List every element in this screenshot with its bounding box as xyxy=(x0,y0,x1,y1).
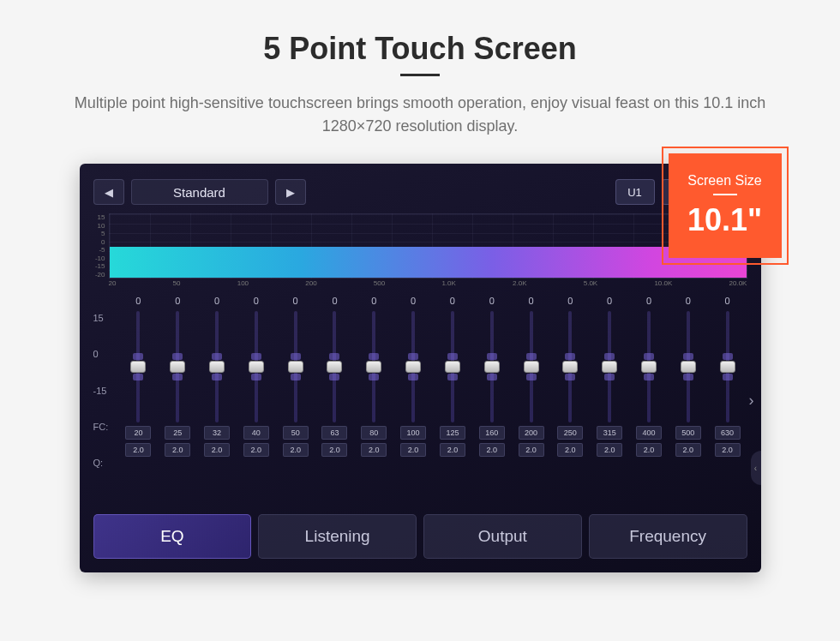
band-fc-input[interactable]: 200 xyxy=(519,426,544,440)
side-tab-handle[interactable]: ‹ xyxy=(751,451,761,485)
band-slider[interactable] xyxy=(433,311,472,422)
band-value: 0 xyxy=(214,296,219,311)
slider-knob-icon[interactable] xyxy=(484,361,500,373)
band-slider[interactable] xyxy=(315,311,355,422)
eq-band: 0 160 2.0 xyxy=(472,296,512,506)
tick-label: 100 xyxy=(237,279,249,287)
slider-knob-icon[interactable] xyxy=(366,361,381,373)
tick-label: -20 xyxy=(90,271,105,279)
band-slider[interactable] xyxy=(158,311,197,422)
band-fc-input[interactable]: 40 xyxy=(243,426,269,440)
band-fc-input[interactable]: 80 xyxy=(361,426,387,440)
slider-knob-icon[interactable] xyxy=(562,361,578,373)
band-slider[interactable] xyxy=(354,311,393,422)
band-q-input[interactable]: 2.0 xyxy=(597,443,622,457)
slider-knob-icon[interactable] xyxy=(602,361,617,373)
tick-label: 500 xyxy=(374,279,385,287)
scroll-right-button[interactable]: › xyxy=(746,386,758,416)
slider-knob-icon[interactable] xyxy=(681,361,696,373)
band-slider[interactable] xyxy=(708,311,747,422)
band-fc-input[interactable]: 63 xyxy=(321,426,347,440)
band-q-input[interactable]: 2.0 xyxy=(243,443,269,457)
eq-band: 0 25 2.0 xyxy=(158,296,197,506)
tick-label: 200 xyxy=(305,279,316,287)
band-q-input[interactable]: 2.0 xyxy=(557,443,583,457)
band-q-input[interactable]: 2.0 xyxy=(519,443,544,457)
slider-knob-icon[interactable] xyxy=(249,361,264,373)
band-q-input[interactable]: 2.0 xyxy=(440,443,465,457)
band-slider[interactable] xyxy=(119,311,159,422)
preset-prev-button[interactable]: ◀ xyxy=(93,179,124,205)
band-q-input[interactable]: 2.0 xyxy=(715,443,741,457)
slider-knob-icon[interactable] xyxy=(170,361,185,373)
eq-band: 0 50 2.0 xyxy=(276,296,315,506)
slider-knob-icon[interactable] xyxy=(209,361,225,373)
band-fc-input[interactable]: 25 xyxy=(165,426,190,440)
band-q-input[interactable]: 2.0 xyxy=(675,443,701,457)
band-slider[interactable] xyxy=(550,311,590,422)
band-fc-input[interactable]: 400 xyxy=(636,426,662,440)
band-fc-input[interactable]: 50 xyxy=(283,426,309,440)
band-q-input[interactable]: 2.0 xyxy=(361,443,387,457)
band-fc-input[interactable]: 100 xyxy=(400,426,426,440)
band-value: 0 xyxy=(135,296,141,311)
eq-band: 0 125 2.0 xyxy=(433,296,472,506)
band-q-input[interactable]: 2.0 xyxy=(321,443,347,457)
band-fc-input[interactable]: 630 xyxy=(715,426,741,440)
band-slider[interactable] xyxy=(512,311,551,422)
band-q-input[interactable]: 2.0 xyxy=(479,443,505,457)
band-value: 0 xyxy=(371,296,376,311)
band-fc-input[interactable]: 20 xyxy=(125,426,151,440)
band-fc-input[interactable]: 250 xyxy=(557,426,583,440)
band-fc-input[interactable]: 32 xyxy=(204,426,230,440)
tab-output[interactable]: Output xyxy=(423,514,582,559)
band-q-input[interactable]: 2.0 xyxy=(636,443,662,457)
slider-knob-icon[interactable] xyxy=(641,361,657,373)
slider-knob-icon[interactable] xyxy=(327,361,342,373)
row-label-q: Q: xyxy=(93,458,119,468)
slider-knob-icon[interactable] xyxy=(445,361,460,373)
band-q-input[interactable]: 2.0 xyxy=(283,443,309,457)
slider-knob-icon[interactable] xyxy=(288,361,303,373)
screen-size-badge: Screen Size 10.1" xyxy=(662,147,789,265)
axis-label: 15 xyxy=(93,313,119,323)
tab-frequency[interactable]: Frequency xyxy=(589,514,747,559)
band-fc-input[interactable]: 500 xyxy=(675,426,701,440)
eq-band: 0 500 2.0 xyxy=(669,296,708,506)
slider-knob-icon[interactable] xyxy=(524,361,539,373)
tab-eq[interactable]: EQ xyxy=(93,514,252,559)
tab-listening[interactable]: Listening xyxy=(258,514,417,559)
slider-knob-icon[interactable] xyxy=(720,361,735,373)
band-q-input[interactable]: 2.0 xyxy=(204,443,230,457)
band-slider[interactable] xyxy=(669,311,708,422)
band-q-input[interactable]: 2.0 xyxy=(165,443,190,457)
tick-label: -15 xyxy=(90,262,105,270)
preset-next-button[interactable]: ▶ xyxy=(275,179,306,205)
band-fc-input[interactable]: 315 xyxy=(597,426,622,440)
band-slider[interactable] xyxy=(629,311,669,422)
slider-knob-icon[interactable] xyxy=(405,361,421,373)
band-slider[interactable] xyxy=(276,311,315,422)
band-fc-input[interactable]: 125 xyxy=(440,426,465,440)
band-slider[interactable] xyxy=(197,311,237,422)
page-title: 5 Point Touch Screen xyxy=(263,31,576,67)
eq-sliders: 0 20 2.0 0 25 2.0 0 32 2.0 0 40 2.0 0 xyxy=(119,296,747,506)
band-value: 0 xyxy=(567,296,573,311)
topbar: ◀ Standard ▶ U1 U2 U3 xyxy=(93,177,747,207)
band-q-input[interactable]: 2.0 xyxy=(125,443,151,457)
user-preset-button[interactable]: U1 xyxy=(615,179,655,205)
tick-label: 15 xyxy=(90,213,105,221)
band-slider[interactable] xyxy=(393,311,433,422)
slider-knob-icon[interactable] xyxy=(130,361,146,373)
band-slider[interactable] xyxy=(472,311,512,422)
badge-label: Screen Size xyxy=(687,173,761,189)
band-value: 0 xyxy=(175,296,180,311)
band-slider[interactable] xyxy=(590,311,629,422)
tick-label: 1.0K xyxy=(441,279,455,287)
band-q-input[interactable]: 2.0 xyxy=(400,443,426,457)
chevron-left-icon: ◀ xyxy=(105,186,113,199)
band-slider[interactable] xyxy=(237,311,276,422)
band-fc-input[interactable]: 160 xyxy=(479,426,505,440)
eq-band: 0 315 2.0 xyxy=(590,296,629,506)
preset-label[interactable]: Standard xyxy=(131,179,268,205)
